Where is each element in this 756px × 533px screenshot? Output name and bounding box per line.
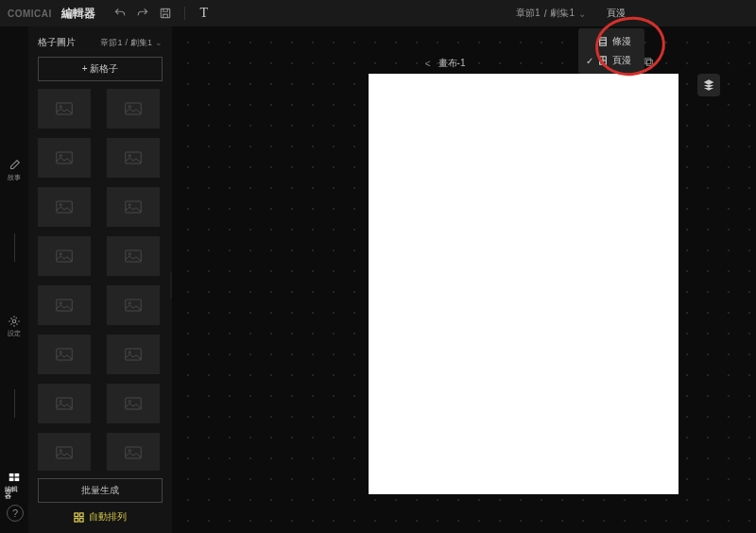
text-tool-icon[interactable]: T bbox=[196, 5, 213, 22]
svg-point-13 bbox=[60, 106, 61, 108]
svg-point-17 bbox=[60, 155, 61, 157]
save-icon[interactable] bbox=[157, 5, 174, 22]
app-title: 編輯器 bbox=[61, 6, 95, 22]
panel-title: 格子圖片 bbox=[38, 36, 76, 49]
panel-crumb-chapter: 章節1 bbox=[100, 37, 122, 49]
panel-slot[interactable] bbox=[107, 335, 160, 374]
svg-rect-10 bbox=[9, 478, 14, 482]
breadcrumb-episode: 劇集1 bbox=[550, 7, 575, 20]
canvas-stage[interactable]: < 畫布-1 + bbox=[172, 26, 756, 533]
mode-option-strip[interactable]: 條漫 bbox=[578, 32, 644, 51]
rail-setting[interactable]: 設定 bbox=[5, 315, 24, 336]
copy-canvas-icon[interactable] bbox=[644, 58, 654, 69]
breadcrumb[interactable]: 章節1 / 劇集1 ⌄ bbox=[516, 7, 586, 20]
svg-rect-42 bbox=[126, 447, 142, 458]
svg-rect-46 bbox=[75, 518, 78, 522]
svg-rect-36 bbox=[57, 398, 73, 409]
svg-rect-34 bbox=[126, 349, 142, 360]
panel-slot[interactable] bbox=[38, 285, 91, 325]
panel-crumb-episode: 劇集1 bbox=[130, 37, 152, 49]
chevron-down-icon: ⌄ bbox=[155, 38, 163, 47]
mode-option-page[interactable]: ✓ 頁漫 bbox=[578, 51, 644, 70]
prev-canvas-icon[interactable]: < bbox=[425, 59, 431, 69]
panel-slot[interactable] bbox=[107, 285, 160, 325]
svg-rect-30 bbox=[126, 300, 142, 311]
page-canvas[interactable] bbox=[369, 74, 679, 494]
rail-divider bbox=[14, 233, 15, 262]
panel-slot[interactable] bbox=[107, 433, 160, 471]
help-button[interactable]: ? bbox=[7, 505, 24, 522]
svg-point-35 bbox=[129, 352, 130, 353]
rail-story-label: 故事 bbox=[8, 174, 21, 181]
panel-slot[interactable] bbox=[107, 138, 160, 178]
svg-rect-22 bbox=[126, 201, 142, 213]
panel-slot[interactable] bbox=[107, 187, 160, 227]
panel-slot[interactable] bbox=[38, 89, 91, 129]
redo-icon[interactable] bbox=[134, 5, 151, 22]
panel-slot[interactable] bbox=[107, 384, 160, 423]
layers-button[interactable] bbox=[697, 74, 720, 96]
strip-icon bbox=[598, 37, 608, 46]
rail-story[interactable]: 故事 bbox=[5, 159, 24, 181]
panel-slot[interactable] bbox=[38, 384, 91, 423]
svg-point-43 bbox=[129, 450, 130, 452]
batch-generate-button[interactable]: 批量生成 bbox=[38, 478, 163, 503]
panel-slot[interactable] bbox=[38, 236, 91, 276]
panel-slot[interactable] bbox=[107, 236, 160, 276]
panel-crumb[interactable]: 章節1/ 劇集1 ⌄ bbox=[100, 37, 163, 49]
svg-rect-0 bbox=[161, 9, 169, 17]
svg-rect-1 bbox=[600, 38, 607, 45]
panel-slot[interactable] bbox=[38, 138, 91, 178]
svg-rect-16 bbox=[57, 152, 73, 163]
panel-slot[interactable] bbox=[38, 187, 91, 227]
undo-icon[interactable] bbox=[112, 5, 129, 22]
svg-rect-48 bbox=[647, 60, 653, 66]
svg-point-37 bbox=[60, 401, 61, 403]
mode-dropdown: 條漫 ✓ 頁漫 bbox=[578, 28, 644, 74]
page-icon bbox=[598, 56, 608, 65]
rail-divider bbox=[14, 389, 15, 418]
breadcrumb-sep: / bbox=[544, 9, 547, 19]
divider bbox=[184, 7, 185, 20]
mode-button[interactable]: 頁漫 bbox=[597, 3, 635, 24]
svg-rect-44 bbox=[75, 512, 78, 516]
svg-point-41 bbox=[60, 450, 61, 452]
svg-point-23 bbox=[129, 204, 130, 206]
panel-slot[interactable] bbox=[38, 433, 91, 471]
chevron-down-icon: ⌄ bbox=[578, 9, 586, 19]
svg-rect-20 bbox=[57, 201, 73, 213]
add-panel-button[interactable]: + 新格子 bbox=[38, 57, 163, 81]
arrange-icon bbox=[74, 512, 84, 523]
svg-rect-14 bbox=[126, 103, 142, 114]
canvas-title: 畫布-1 bbox=[438, 57, 466, 70]
svg-rect-12 bbox=[57, 103, 73, 114]
svg-rect-9 bbox=[15, 473, 20, 477]
svg-point-31 bbox=[129, 302, 130, 304]
check-icon: ✓ bbox=[586, 56, 593, 66]
svg-rect-28 bbox=[57, 300, 73, 311]
rail-editor-label: 編輯器 bbox=[5, 486, 24, 499]
svg-point-33 bbox=[60, 352, 61, 353]
svg-rect-26 bbox=[126, 250, 142, 262]
brand-logo: COMICAI bbox=[8, 9, 52, 19]
svg-rect-18 bbox=[126, 152, 142, 163]
svg-point-21 bbox=[60, 204, 61, 206]
svg-point-19 bbox=[129, 155, 130, 157]
svg-point-39 bbox=[129, 401, 130, 403]
canvas-header: < 畫布-1 + bbox=[172, 57, 756, 70]
rail-editor[interactable]: 編輯器 bbox=[5, 471, 24, 499]
panel-slot[interactable] bbox=[107, 89, 160, 129]
panel-slot[interactable] bbox=[38, 335, 91, 374]
svg-rect-49 bbox=[645, 59, 651, 64]
svg-rect-24 bbox=[57, 250, 73, 262]
auto-arrange-button[interactable]: 自動排列 bbox=[38, 510, 163, 524]
svg-rect-47 bbox=[79, 518, 83, 522]
mode-option-label: 條漫 bbox=[612, 35, 631, 48]
auto-arrange-label: 自動排列 bbox=[89, 510, 127, 524]
svg-point-25 bbox=[60, 253, 61, 255]
left-rail: 故事 設定 編輯器 bbox=[0, 26, 28, 533]
mode-option-label: 頁漫 bbox=[612, 54, 631, 67]
svg-rect-45 bbox=[79, 512, 83, 516]
svg-rect-40 bbox=[57, 447, 73, 458]
breadcrumb-chapter: 章節1 bbox=[516, 7, 541, 20]
